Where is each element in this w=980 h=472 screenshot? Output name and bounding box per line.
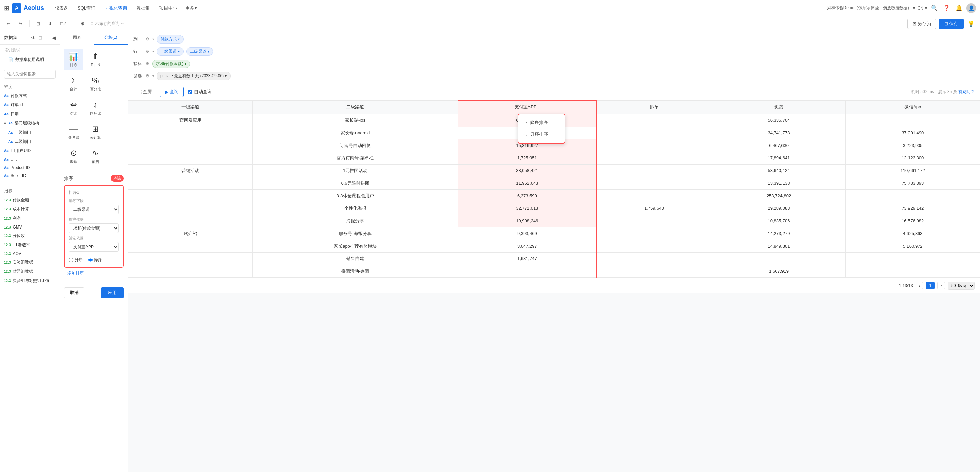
chart-options: 📊 排序 ⬆ Top N Σ 合计 % 百分比 ⇔ 对比 ↕ 同环比: [60, 45, 128, 171]
share-btn[interactable]: □↗: [57, 20, 70, 27]
sidebar-item-uid[interactable]: Aa UID: [0, 155, 60, 163]
td-channel1: [128, 127, 253, 139]
sort-desc-radio[interactable]: [88, 258, 92, 262]
sidebar-item-dept1[interactable]: Aa 一级部门: [0, 128, 60, 137]
nav-dataset[interactable]: 数据集: [132, 3, 154, 13]
grid-icon[interactable]: ⊞: [4, 5, 9, 12]
query-btn[interactable]: ▶ 查询: [160, 87, 183, 97]
sort-desc-label[interactable]: 降序: [88, 257, 102, 263]
chart-option-topn[interactable]: ⬆ Top N: [86, 49, 105, 70]
view-btn[interactable]: ⊡: [34, 20, 43, 27]
nav-project[interactable]: 项目中心: [155, 3, 181, 13]
eye-icon[interactable]: 👁: [31, 35, 36, 40]
undo-btn[interactable]: ↩: [4, 20, 13, 27]
sidebar-dataset-item[interactable]: 📄 数据集使用说明: [4, 55, 56, 64]
col-gear-icon[interactable]: ⚙: [146, 37, 150, 41]
collapse-icon[interactable]: ◀: [52, 35, 56, 40]
metric-gear-icon[interactable]: ⚙: [146, 61, 150, 66]
remove-sort-btn[interactable]: 移除: [111, 175, 124, 182]
row-gear-icon[interactable]: ⚙: [146, 49, 150, 54]
nav-more[interactable]: 更多 ▾: [183, 3, 200, 13]
apply-button[interactable]: 应用: [101, 287, 124, 298]
toolbar-right: ⊡ 另存为 ⊡ 保存 💡: [907, 19, 976, 29]
th-zhifubao[interactable]: 支付宝APP ↓ ↓↑ 降序排序 ↑↓: [458, 100, 596, 114]
chart-option-predict[interactable]: ∿ 预测: [86, 146, 105, 167]
sidebar-item-cost[interactable]: 12.3 成本计算: [0, 205, 60, 214]
sidebar-item-date[interactable]: Aa 日期: [0, 109, 60, 119]
chart-option-calc[interactable]: ⊞ 表计算: [86, 121, 105, 143]
lang-selector[interactable]: CN ▾: [918, 6, 927, 11]
sort-basis-select[interactable]: 求和(付款金额): [69, 223, 119, 233]
sidebar-item-quantile[interactable]: 12.3 分位数: [0, 231, 60, 241]
copy-icon[interactable]: ⊡: [38, 35, 42, 40]
chart-option-focus[interactable]: ⊙ 聚焦: [64, 146, 83, 167]
add-sort-btn[interactable]: + 添加排序: [64, 268, 124, 279]
chart-option-sum[interactable]: Σ 合计: [64, 73, 83, 95]
sidebar-item-tt-rate[interactable]: 12.3 TT渗透率: [0, 241, 60, 250]
sidebar-item-sellerid[interactable]: Aa Seller ID: [0, 172, 60, 180]
sidebar-search-input[interactable]: [4, 70, 56, 79]
cancel-button[interactable]: 取消: [64, 287, 84, 298]
save-as-button[interactable]: ⊡ 另存为: [907, 19, 936, 29]
auto-query-checkbox[interactable]: [188, 90, 192, 94]
prev-page-btn[interactable]: ‹: [916, 282, 923, 289]
sort-asc-radio[interactable]: [69, 258, 73, 262]
bulb-icon[interactable]: 💡: [966, 19, 976, 28]
sidebar-item-gmv[interactable]: 12.3 GMV: [0, 223, 60, 231]
next-page-btn[interactable]: ›: [937, 282, 945, 289]
search-icon[interactable]: 🔍: [930, 3, 939, 13]
col-chip[interactable]: 付款方式 ▾: [157, 35, 183, 44]
chart-option-refline[interactable]: — 参考线: [64, 121, 83, 143]
chart-option-sort[interactable]: 📊 排序: [64, 49, 83, 70]
fullscreen-btn[interactable]: ⛶ 全屏: [134, 87, 156, 97]
sidebar-item-dept2[interactable]: Aa 二级部门: [0, 137, 60, 146]
sort-order: 升序 降序: [69, 257, 119, 263]
row-chip-1[interactable]: 一级渠道 ▾: [157, 47, 183, 56]
sidebar-item-order[interactable]: Aa 订单 id: [0, 100, 60, 109]
sidebar-item-payment[interactable]: Aa 付款方式: [0, 91, 60, 100]
sort-desc-item[interactable]: ↓↑ 降序排序: [518, 117, 565, 128]
redo-btn[interactable]: ↪: [16, 20, 25, 27]
help-link[interactable]: 有疑问？: [958, 89, 975, 94]
td-chai: [596, 177, 712, 189]
notification-icon[interactable]: 🔔: [954, 3, 964, 13]
settings-btn[interactable]: ⚙: [78, 20, 88, 27]
auto-query[interactable]: 自动查询: [188, 89, 212, 95]
sort-asc-item[interactable]: ↑↓ 升序排序: [518, 128, 565, 140]
sidebar-item-control[interactable]: 12.3 对照组数据: [0, 267, 60, 276]
filter-gear-icon[interactable]: ⚙: [146, 73, 150, 78]
text-icon-9: Aa: [4, 166, 8, 170]
sort-field-select[interactable]: 二级渠道: [69, 205, 119, 214]
save-button[interactable]: ⊡ 保存: [939, 19, 964, 29]
current-page-btn[interactable]: 1: [926, 282, 934, 289]
sidebar-item-ratio[interactable]: 12.3 实验组与对照组比值: [0, 276, 60, 285]
sidebar-item-payment-amount[interactable]: 12.3 付款金额: [0, 196, 60, 205]
tab-chart[interactable]: 图表: [60, 31, 94, 44]
page-size-select[interactable]: 50 条/页: [948, 282, 975, 290]
chart-option-period[interactable]: ↕ 同环比: [86, 97, 105, 119]
chart-option-compare[interactable]: ⇔ 对比: [64, 97, 83, 119]
sidebar-item-productid[interactable]: Aa Product ID: [0, 163, 60, 172]
download-btn[interactable]: ⬇: [46, 20, 55, 27]
nav-sql[interactable]: SQL查询: [73, 3, 99, 13]
sidebar-item-ttuid[interactable]: Aa TT用户UID: [0, 146, 60, 155]
more-icon[interactable]: ⋯: [45, 35, 49, 40]
sidebar-item-dept[interactable]: ▾ Aa 部门层级结构: [0, 119, 60, 128]
filter-chip[interactable]: p_date 最近有数 1 天 (2023-09-06) ▾: [157, 72, 231, 80]
nav-visual[interactable]: 可视化查询: [101, 3, 131, 13]
user-avatar[interactable]: 👤: [966, 3, 976, 13]
tab-analysis[interactable]: 分析(1): [94, 31, 128, 44]
sidebar-item-profit[interactable]: 12.3 利润: [0, 214, 60, 223]
sidebar-item-aov[interactable]: 12.3 AOV: [0, 250, 60, 258]
text-icon-10: Aa: [4, 174, 8, 178]
nav-dashboard[interactable]: 仪表盘: [51, 3, 72, 13]
help-icon[interactable]: ❓: [942, 3, 951, 13]
user-demo[interactable]: 风神体验Demo（仅演示体验，勿放敏感数据） ▾: [827, 5, 915, 11]
row-chip-2[interactable]: 二级渠道 ▾: [186, 47, 213, 56]
sort-asc-label[interactable]: 升序: [69, 257, 83, 263]
sort-filter-select[interactable]: 支付宝APP: [69, 242, 119, 252]
chart-option-percent[interactable]: % 百分比: [86, 73, 105, 95]
td-channel1: [128, 152, 253, 164]
sidebar-item-exp[interactable]: 12.3 实验组数据: [0, 258, 60, 267]
metric-chip[interactable]: 求和(付款金额) ▾: [152, 60, 190, 68]
